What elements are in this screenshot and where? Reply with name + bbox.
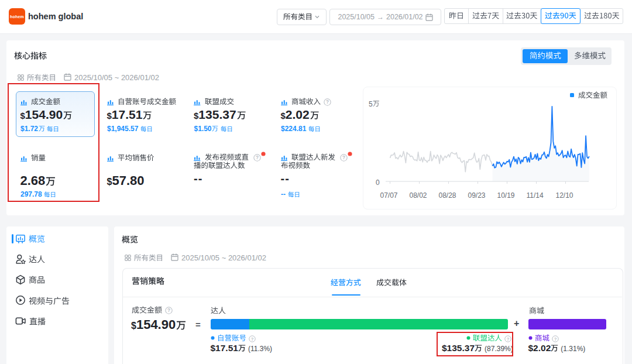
svg-text:?: ? — [255, 154, 258, 160]
svg-text:?: ? — [251, 336, 254, 341]
svg-text:?: ? — [326, 99, 329, 105]
svg-text:?: ? — [342, 154, 345, 160]
svg-text:?: ? — [167, 307, 170, 313]
svg-text:?: ? — [554, 336, 557, 341]
